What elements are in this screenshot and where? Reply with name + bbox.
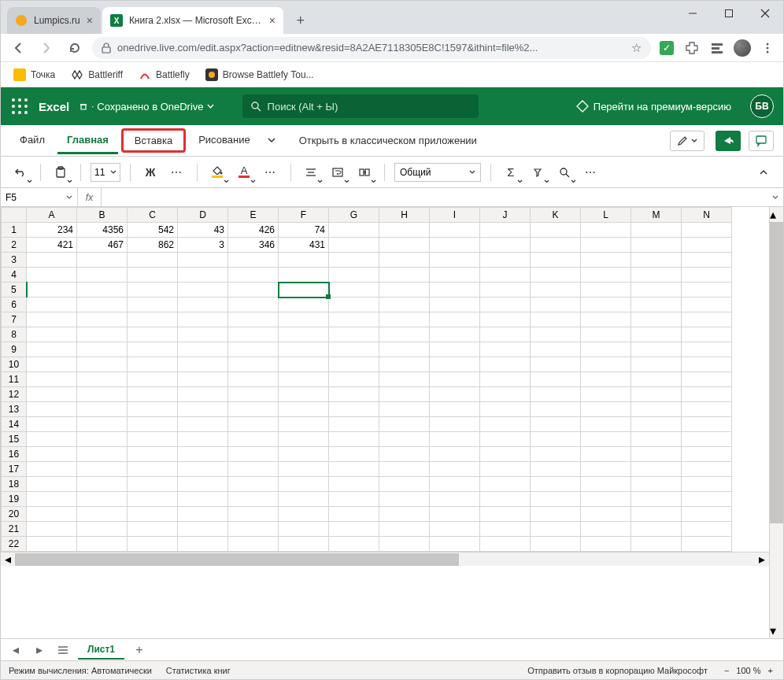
cell[interactable] <box>430 357 480 372</box>
cell[interactable] <box>77 268 128 283</box>
row-header[interactable]: 14 <box>2 417 27 432</box>
cell[interactable] <box>682 432 732 447</box>
cell[interactable] <box>279 477 329 492</box>
cell[interactable] <box>279 387 329 402</box>
cell[interactable] <box>531 522 581 537</box>
cell[interactable] <box>531 477 581 492</box>
cell[interactable] <box>480 432 531 447</box>
cell[interactable] <box>581 357 631 372</box>
cell[interactable] <box>480 298 531 312</box>
cell[interactable] <box>128 253 178 268</box>
cell[interactable] <box>329 462 379 477</box>
cell[interactable] <box>581 492 631 507</box>
cell[interactable] <box>178 522 228 537</box>
close-window-button[interactable] <box>747 1 783 26</box>
cell[interactable] <box>379 342 430 357</box>
cell[interactable] <box>581 238 631 253</box>
cell[interactable] <box>631 477 682 492</box>
column-header[interactable]: G <box>329 208 379 223</box>
bookmark-item[interactable]: Battlefly <box>132 65 196 84</box>
cell[interactable] <box>27 462 77 477</box>
cell[interactable] <box>128 268 178 283</box>
cell[interactable] <box>682 447 732 462</box>
cell[interactable] <box>379 402 430 417</box>
cell[interactable] <box>279 342 329 357</box>
cell[interactable] <box>379 298 430 312</box>
cell[interactable] <box>329 298 379 312</box>
cell[interactable]: 43 <box>178 223 228 238</box>
autosum-button[interactable]: Σ <box>501 162 521 183</box>
cell[interactable] <box>581 372 631 387</box>
app-launcher-icon[interactable] <box>10 97 29 116</box>
cell[interactable] <box>531 357 581 372</box>
browser-tab-1[interactable]: Lumpics.ru × <box>7 7 101 34</box>
cell[interactable] <box>581 312 631 327</box>
cell[interactable] <box>27 268 77 283</box>
cell[interactable] <box>531 342 581 357</box>
cell[interactable] <box>480 447 531 462</box>
cell[interactable] <box>682 357 732 372</box>
cell[interactable] <box>329 342 379 357</box>
tab-insert[interactable]: Вставка <box>121 128 186 153</box>
cell[interactable] <box>581 268 631 283</box>
cell[interactable] <box>430 432 480 447</box>
row-header[interactable]: 13 <box>2 402 27 417</box>
cell[interactable] <box>531 238 581 253</box>
cell[interactable] <box>531 492 581 507</box>
cell[interactable] <box>228 342 279 357</box>
cell[interactable] <box>682 283 732 298</box>
column-header[interactable]: J <box>480 208 531 223</box>
cell[interactable] <box>178 507 228 522</box>
cell[interactable] <box>379 312 430 327</box>
row-header[interactable]: 2 <box>2 238 27 253</box>
cell[interactable] <box>228 387 279 402</box>
cell[interactable] <box>27 387 77 402</box>
cell[interactable] <box>27 357 77 372</box>
cell[interactable] <box>178 268 228 283</box>
cell[interactable] <box>178 357 228 372</box>
cell[interactable] <box>631 522 682 537</box>
cell[interactable] <box>279 432 329 447</box>
cell[interactable] <box>682 312 732 327</box>
formula-bar[interactable] <box>102 188 767 206</box>
cell[interactable] <box>430 223 480 238</box>
cell[interactable] <box>128 492 178 507</box>
comments-button[interactable] <box>749 131 774 151</box>
cell[interactable] <box>379 537 430 552</box>
cell[interactable] <box>329 238 379 253</box>
cell[interactable] <box>379 223 430 238</box>
find-button[interactable] <box>554 162 575 183</box>
cell[interactable] <box>581 402 631 417</box>
cell[interactable] <box>27 342 77 357</box>
cell[interactable] <box>77 462 128 477</box>
cell[interactable] <box>128 342 178 357</box>
cell[interactable] <box>379 477 430 492</box>
cell[interactable] <box>379 268 430 283</box>
cell[interactable] <box>430 238 480 253</box>
cell[interactable] <box>531 432 581 447</box>
minimize-button[interactable] <box>675 1 711 26</box>
cell[interactable] <box>27 283 77 298</box>
cell[interactable] <box>480 327 531 342</box>
cell[interactable] <box>128 312 178 327</box>
cell[interactable] <box>27 507 77 522</box>
sheet-list-button[interactable] <box>54 641 72 659</box>
column-header[interactable]: K <box>531 208 581 223</box>
zoom-in-button[interactable]: + <box>766 666 775 675</box>
cell[interactable] <box>329 492 379 507</box>
cell[interactable] <box>531 507 581 522</box>
cell[interactable] <box>178 477 228 492</box>
cell[interactable] <box>682 492 732 507</box>
cell[interactable] <box>27 402 77 417</box>
cell[interactable] <box>329 402 379 417</box>
row-header[interactable]: 8 <box>2 327 27 342</box>
cell[interactable] <box>379 238 430 253</box>
cell[interactable] <box>480 387 531 402</box>
premium-button[interactable]: Перейти на премиум-версию <box>576 100 731 113</box>
cell[interactable] <box>430 417 480 432</box>
cell[interactable] <box>27 298 77 312</box>
bold-button[interactable]: Ж <box>140 162 161 183</box>
cell[interactable] <box>128 357 178 372</box>
align-center-button[interactable] <box>301 162 321 183</box>
cell[interactable] <box>77 387 128 402</box>
